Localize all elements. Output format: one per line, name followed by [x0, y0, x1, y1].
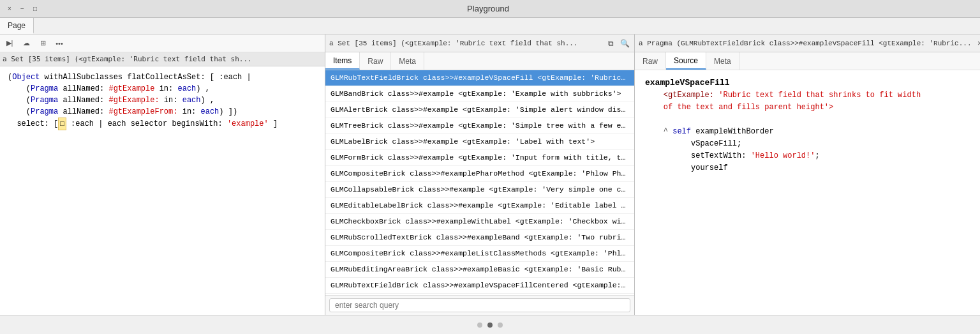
- tab-items[interactable]: Items: [325, 52, 360, 70]
- bottom-nav: [0, 315, 980, 334]
- list-item[interactable]: GLMCompositeBrick class>>#examplePharoMe…: [325, 166, 634, 182]
- method-name: exampleVSpaceFill: [645, 78, 730, 87]
- center-path-text: a Set [35 items] (<gtExample: 'Rubric te…: [329, 40, 602, 47]
- list-item[interactable]: GLMCompositeBrick class>>#exampleListCla…: [325, 246, 634, 262]
- copy-icon[interactable]: ⧉: [605, 38, 616, 49]
- nav-dot-2[interactable]: [487, 323, 493, 328]
- list-item[interactable]: GLMBandBrick class>>#example <gtExample:…: [325, 86, 634, 102]
- main-content: ▶| ☁ ⊞ ••• a Set [35 items] (<gtExample:…: [0, 34, 980, 315]
- tab-raw[interactable]: Raw: [360, 52, 391, 70]
- list-item[interactable]: GLMFormBrick class>>#example <gtExample:…: [325, 150, 634, 166]
- code-line-3: (Pragma allNamed: #gtExample: in: each) …: [8, 95, 317, 106]
- run-button[interactable]: ▶|: [3, 37, 17, 50]
- list-item[interactable]: GLMLabelBrick class>>#example <gtExample…: [325, 134, 634, 150]
- code-line-2: (Pragma allNamed: #gtExample in: each) ,: [8, 83, 317, 95]
- right-tabs: Raw Source Meta ⧉: [635, 52, 980, 70]
- center-panel: a Set [35 items] (<gtExample: 'Rubric te…: [325, 34, 635, 315]
- method-name-line: exampleVSpaceFill: [645, 77, 980, 89]
- page-tab[interactable]: Page: [0, 18, 34, 34]
- list-item[interactable]: GLMTreeBrick class>>#example <gtExample:…: [325, 118, 634, 134]
- source-line-5: setTextWith: 'Hello world!';: [645, 150, 980, 162]
- left-path-text: a Set [35 items] (<gtExample: 'Rubric te…: [3, 55, 252, 63]
- list-item[interactable]: GLMAlertBrick class>>#example <gtExample…: [325, 102, 634, 118]
- list-item[interactable]: GLMCheckboxBrick class>>#exampleWithLabe…: [325, 214, 634, 230]
- window-controls: × − □: [5, 4, 40, 13]
- maximize-button[interactable]: □: [31, 4, 40, 13]
- center-header-icons: ⧉ 🔍: [605, 38, 630, 49]
- right-panel: a Pragma (GLMRubTextFieldBrick class>>#e…: [635, 34, 980, 315]
- source-line-2: of the text and fills parent height'>: [645, 102, 980, 114]
- right-pane-header: a Pragma (GLMRubTextFieldBrick class>>#e…: [635, 34, 980, 52]
- list-item[interactable]: GLMRubTextFieldBrick class>>#exampleVSpa…: [325, 70, 634, 86]
- close-button[interactable]: ×: [5, 4, 14, 13]
- tab-meta[interactable]: Meta: [391, 52, 424, 70]
- source-line-1: <gtExample: 'Rubric text field that shri…: [645, 89, 980, 102]
- right-tabs-left: Raw Source Meta: [635, 52, 739, 70]
- search-input[interactable]: [329, 298, 630, 312]
- source-line-4: vSpaceFill;: [645, 138, 980, 150]
- code-line-5: select: [□ :each | each selector beginsW…: [8, 118, 317, 130]
- list-item[interactable]: GLMRubTextFieldBrick class>>#exampleVSpa…: [325, 278, 634, 294]
- source-line-3: ^ self exampleWithBorder: [645, 126, 980, 138]
- window-title: Playground: [467, 4, 509, 13]
- search-icon[interactable]: 🔍: [619, 38, 630, 49]
- right-header-icons: × ⧉: [974, 38, 981, 49]
- code-line-4: (Pragma allNamed: #gtExampleFrom: in: ea…: [8, 106, 317, 118]
- items-list[interactable]: GLMRubTextFieldBrick class>>#exampleVSpa…: [325, 70, 634, 295]
- title-bar: × − □ Playground: [0, 0, 980, 18]
- center-pane-header: a Set [35 items] (<gtExample: 'Rubric te…: [325, 34, 634, 52]
- list-item[interactable]: GLMCollapsableBrick class>>#example <gtE…: [325, 182, 634, 198]
- page-tab-bar: Page: [0, 18, 980, 34]
- tab-raw-right[interactable]: Raw: [635, 52, 666, 70]
- nav-dot-3[interactable]: [498, 323, 503, 328]
- tab-source[interactable]: Source: [666, 52, 706, 70]
- right-path-text: a Pragma (GLMRubTextFieldBrick class>>#e…: [639, 40, 972, 47]
- more-button[interactable]: •••: [52, 37, 66, 50]
- source-line-6: yourself: [645, 162, 980, 174]
- search-bar: [325, 295, 634, 315]
- grid-button[interactable]: ⊞: [36, 37, 50, 50]
- cloud-button[interactable]: ☁: [19, 37, 33, 50]
- nav-dot-1[interactable]: [477, 323, 482, 328]
- code-editor[interactable]: (Object withAllSubclasses flatCollectAsS…: [0, 66, 325, 315]
- list-item[interactable]: GLMEditableLabelBrick class>>#example <g…: [325, 198, 634, 214]
- close-pane-icon[interactable]: ×: [974, 38, 981, 49]
- source-view: exampleVSpaceFill <gtExample: 'Rubric te…: [635, 70, 980, 315]
- code-line-1: (Object withAllSubclasses flatCollectAsS…: [8, 72, 317, 83]
- list-item[interactable]: GLMRubEditingAreaBrick class>>#exampleBa…: [325, 262, 634, 278]
- list-item[interactable]: GLMRubScrolledTextBrick class>>#exampleB…: [325, 230, 634, 246]
- tab-meta-right[interactable]: Meta: [706, 52, 739, 70]
- left-panel-path: a Set [35 items] (<gtExample: 'Rubric te…: [0, 52, 325, 66]
- center-tabs: Items Raw Meta: [325, 52, 634, 70]
- left-panel: ▶| ☁ ⊞ ••• a Set [35 items] (<gtExample:…: [0, 34, 325, 315]
- left-toolbar: ▶| ☁ ⊞ •••: [0, 34, 325, 52]
- minimize-button[interactable]: −: [18, 4, 27, 13]
- source-line-blank: [645, 114, 980, 126]
